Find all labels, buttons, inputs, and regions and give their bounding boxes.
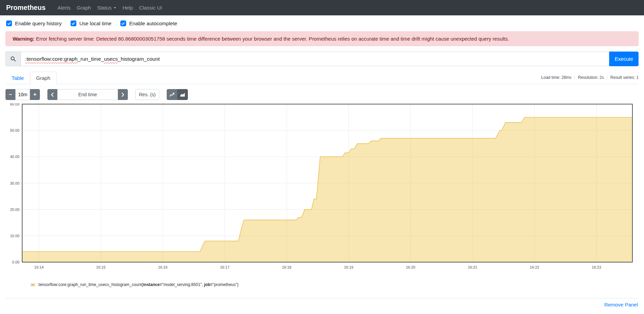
nav-item-status[interactable]: Status — [94, 3, 120, 12]
query-row: :tensorflow:core:graph_run_time_usecs_hi… — [5, 52, 639, 66]
remove-panel-link[interactable]: Remove Panel — [604, 302, 638, 308]
tabs: TableGraph — [5, 72, 57, 84]
chart-type-group — [167, 89, 188, 100]
y-tick-label: 40.00 — [10, 155, 19, 159]
range-group: − + — [5, 89, 40, 100]
stat-load-time: Load time: 28ms — [538, 75, 575, 80]
range-increase-button[interactable]: + — [30, 89, 40, 100]
checkbox-enable-autocomplete[interactable] — [120, 20, 126, 26]
nav-item-help[interactable]: Help — [119, 3, 136, 12]
x-tick-label: 16:19 — [344, 265, 354, 269]
y-tick-label: 10.00 — [10, 234, 19, 238]
legend-swatch — [31, 283, 35, 286]
tab-table[interactable]: Table — [5, 72, 30, 84]
range-input[interactable] — [15, 89, 30, 100]
query-input[interactable]: :tensorflow:core:graph_run_time_usecs_hi… — [20, 52, 609, 66]
x-tick-label: 16:21 — [468, 265, 477, 269]
x-tick-label: 16:20 — [406, 265, 416, 269]
query-text: :tensorflow:core:graph — [25, 56, 77, 62]
y-tick-label: 50.00 — [10, 128, 19, 132]
tab-graph[interactable]: Graph — [30, 72, 57, 84]
graph-controls: − + — [5, 89, 639, 100]
option-enable-query-history: Enable query history — [6, 20, 62, 26]
execute-button[interactable]: Execute — [609, 52, 639, 66]
option-label: Use local time — [79, 20, 111, 26]
warning-message: Error fetching server time: Detected 80.… — [36, 36, 509, 42]
search-icon — [5, 52, 20, 66]
query-text: _histogram_count — [118, 56, 160, 62]
option-label: Enable query history — [15, 20, 62, 26]
checkbox-use-local-time[interactable] — [71, 20, 76, 26]
query-text: usecs — [104, 56, 118, 62]
query-stats: Load time: 28msResolution: 2sResult seri… — [538, 75, 639, 80]
resolution-input[interactable] — [135, 89, 159, 100]
checkbox-enable-query-history[interactable] — [6, 20, 12, 26]
x-tick-label: 16:22 — [530, 265, 539, 269]
caret-down-icon — [114, 7, 116, 9]
y-tick-label: 30.00 — [10, 181, 19, 185]
graph-canvas[interactable]: 0.0010.0020.0030.0040.0050.0060.0016:141… — [5, 103, 633, 272]
x-tick-label: 16:16 — [158, 265, 168, 269]
nav-item-graph[interactable]: Graph — [74, 3, 94, 12]
y-tick-label: 0.00 — [12, 260, 19, 264]
x-tick-label: 16:17 — [220, 265, 229, 269]
graph-panel: − + — [0, 89, 644, 287]
end-time-input[interactable] — [57, 89, 118, 100]
app-brand[interactable]: Prometheus — [6, 4, 46, 12]
y-tick-label: 60.00 — [10, 103, 19, 106]
nav-item-classic-ui[interactable]: Classic UI — [136, 3, 165, 12]
option-enable-autocomplete: Enable autocomplete — [120, 20, 177, 26]
nav-item-alerts[interactable]: Alerts — [55, 3, 74, 12]
query-text: _run_time_ — [77, 56, 104, 62]
chart-area: 0.0010.0020.0030.0040.0050.0060.0016:141… — [5, 103, 639, 273]
x-tick-label: 16:18 — [282, 265, 291, 269]
legend-label: :tensorflow:core:graph_run_time_usecs_hi… — [38, 282, 238, 287]
chevron-left-icon[interactable] — [47, 89, 57, 100]
stacked-chart-icon[interactable] — [177, 89, 188, 100]
x-tick-label: 16:14 — [34, 265, 44, 269]
top-navbar: Prometheus AlertsGraphStatusHelpClassic … — [0, 0, 644, 15]
range-decrease-button[interactable]: − — [5, 89, 15, 100]
y-tick-label: 20.00 — [10, 208, 19, 212]
panel-footer: Remove Panel — [0, 298, 644, 308]
stat-result-series: Result series: 1 — [607, 75, 639, 80]
tabs-bar: TableGraph Load time: 28msResolution: 2s… — [5, 72, 639, 84]
stat-resolution: Resolution: 2s — [574, 75, 607, 80]
option-label: Enable autocomplete — [129, 20, 177, 26]
chart-legend: :tensorflow:core:graph_run_time_usecs_hi… — [31, 282, 639, 287]
option-use-local-time: Use local time — [71, 20, 111, 26]
x-tick-label: 16:23 — [592, 265, 601, 269]
nav-items: AlertsGraphStatusHelpClassic UI — [55, 3, 165, 12]
warning-alert: Warning:Error fetching server time: Dete… — [5, 31, 639, 46]
options-row: Enable query historyUse local timeEnable… — [0, 15, 644, 26]
chevron-right-icon[interactable] — [118, 89, 128, 100]
warning-prefix: Warning: — [13, 36, 34, 42]
x-tick-label: 16:15 — [96, 265, 106, 269]
line-chart-icon[interactable] — [167, 89, 177, 100]
endtime-group — [47, 89, 128, 100]
